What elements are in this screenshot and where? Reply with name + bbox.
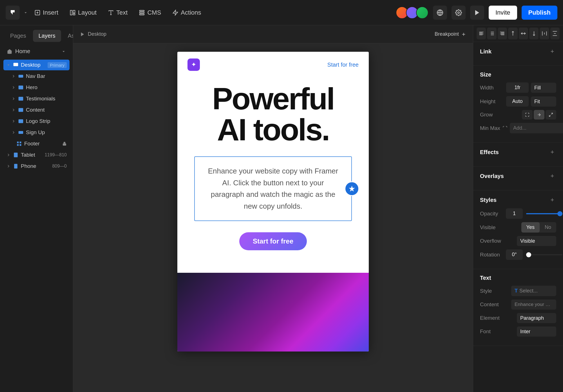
grow-icon-3 [549, 112, 553, 117]
cms-button[interactable]: CMS [134, 6, 166, 19]
publish-button[interactable]: Publish [522, 6, 557, 20]
section-icon [18, 85, 24, 90]
layer-item-signup[interactable]: Sign Up [3, 127, 70, 138]
svg-rect-4 [73, 10, 75, 13]
text-header: Text [480, 275, 556, 281]
cms-label: CMS [147, 9, 161, 16]
overflow-select[interactable]: VisibleHiddenScroll [517, 236, 556, 246]
layer-item-hero[interactable]: Hero [3, 82, 70, 93]
visible-yes-button[interactable]: Yes [521, 222, 540, 233]
align-middle-icon [520, 31, 526, 36]
overlays-add-button[interactable]: + [548, 172, 556, 180]
framer-logo[interactable] [6, 6, 20, 20]
layer-item-logostrip[interactable]: Logo Strip [3, 116, 70, 127]
preview-button[interactable] [470, 6, 484, 20]
invite-button[interactable]: Invite [489, 6, 517, 20]
insert-button[interactable]: Insert [29, 6, 63, 19]
svg-rect-8 [140, 10, 144, 11]
distribute-h-icon [542, 31, 547, 36]
grow-btn-3[interactable] [546, 110, 556, 120]
height-input[interactable] [506, 96, 529, 107]
svg-rect-21 [19, 97, 23, 100]
layer-item-desktop[interactable]: Desktop Primary [3, 60, 70, 70]
visible-toggle: Yes No [521, 222, 556, 233]
desktop-icon [13, 62, 19, 68]
layer-item-testimonials[interactable]: Testimonials [3, 93, 70, 104]
canvas-scroll[interactable]: ✦ Start for free Powerful AI tools. Enha… [73, 43, 473, 392]
rotation-input[interactable] [506, 249, 523, 260]
text-content-input[interactable] [511, 299, 556, 310]
align-left-button[interactable] [477, 28, 486, 39]
layer-item-tablet[interactable]: Tablet 1199—810 [3, 150, 70, 160]
publish-label: Publish [528, 9, 551, 16]
svg-rect-23 [19, 119, 23, 123]
text-button[interactable]: Text [103, 6, 133, 19]
link-title: Link [480, 48, 491, 55]
expand-arrow-icon [6, 153, 11, 157]
style-select-placeholder: Select... [519, 288, 538, 294]
svg-rect-19 [19, 75, 23, 78]
distribute-v-button[interactable] [550, 28, 560, 39]
breakpoint-button[interactable]: Breakpoint [435, 31, 466, 37]
svg-point-31 [15, 156, 16, 157]
height-label: Height [480, 98, 502, 105]
opacity-input[interactable] [506, 208, 523, 219]
canvas-paragraph-text: Enhance your website copy with Framer AI… [206, 165, 340, 212]
width-row: Width FillFixedFit [480, 82, 556, 93]
visible-no-button[interactable]: No [540, 222, 556, 233]
rotation-controls [506, 249, 562, 260]
layer-item-footer[interactable]: Footer [3, 138, 70, 149]
text-title: Text [480, 275, 491, 281]
link-add-button[interactable]: + [548, 48, 556, 55]
link-section: Link + [473, 42, 563, 66]
svg-marker-34 [81, 32, 84, 36]
align-top-button[interactable] [508, 28, 517, 39]
canvas-image [177, 273, 369, 352]
canvas-nav-link[interactable]: Start for free [327, 62, 359, 68]
canvas-paragraph-box[interactable]: Enhance your website copy with Framer AI… [194, 156, 352, 221]
globe-button[interactable] [433, 6, 447, 20]
actions-button[interactable]: Actions [167, 6, 206, 19]
text-style-input[interactable]: T Select... [511, 286, 556, 296]
layer-item-phone[interactable]: Phone 809—0 [3, 161, 70, 172]
section-icon [18, 107, 24, 113]
globe-icon [437, 9, 443, 16]
layout-button[interactable]: Layout [64, 6, 102, 19]
font-select[interactable]: InterArialRoboto [517, 326, 556, 337]
align-center-h-button[interactable] [487, 28, 496, 39]
styles-add-button[interactable]: + [548, 196, 556, 204]
rotation-slider[interactable] [526, 254, 562, 255]
opacity-slider[interactable] [526, 213, 562, 214]
layer-item-content[interactable]: Content [3, 105, 70, 115]
svg-rect-24 [19, 131, 23, 134]
height-row: Height FitFixedFill [480, 96, 556, 107]
styles-header: Styles + [480, 196, 556, 204]
distribute-h-button[interactable] [540, 28, 549, 39]
gear-icon [455, 9, 462, 16]
width-input[interactable] [506, 82, 529, 93]
align-right-icon [499, 31, 505, 36]
grow-btn-2[interactable] [534, 110, 544, 120]
align-middle-button[interactable] [519, 28, 528, 39]
minmax-input[interactable] [510, 123, 563, 133]
align-bottom-button[interactable] [529, 28, 539, 39]
tab-layers[interactable]: Layers [33, 30, 61, 42]
height-unit-select[interactable]: FitFixedFill [531, 96, 556, 107]
overflow-row: Overflow VisibleHiddenScroll [480, 236, 556, 246]
svg-rect-10 [140, 14, 144, 15]
overlays-title: Overlays [480, 173, 504, 179]
distribute-v-icon [552, 31, 558, 36]
grow-btn-1[interactable] [522, 110, 533, 120]
home-row: Home [3, 45, 70, 57]
align-right-button[interactable] [498, 28, 507, 39]
settings-button[interactable] [452, 6, 466, 20]
plus-icon [461, 32, 466, 37]
layer-item-navbar[interactable]: Nav Bar [3, 71, 70, 82]
grow-label: Grow [480, 112, 502, 118]
width-unit-select[interactable]: FillFixedFit [531, 83, 556, 93]
canvas-ai-button[interactable] [345, 181, 359, 196]
tab-pages[interactable]: Pages [5, 30, 32, 42]
effects-add-button[interactable]: + [548, 148, 556, 156]
canvas-cta-button[interactable]: Start for free [239, 232, 307, 250]
element-select[interactable]: ParagraphHeading 1Heading 2Span [517, 313, 556, 323]
